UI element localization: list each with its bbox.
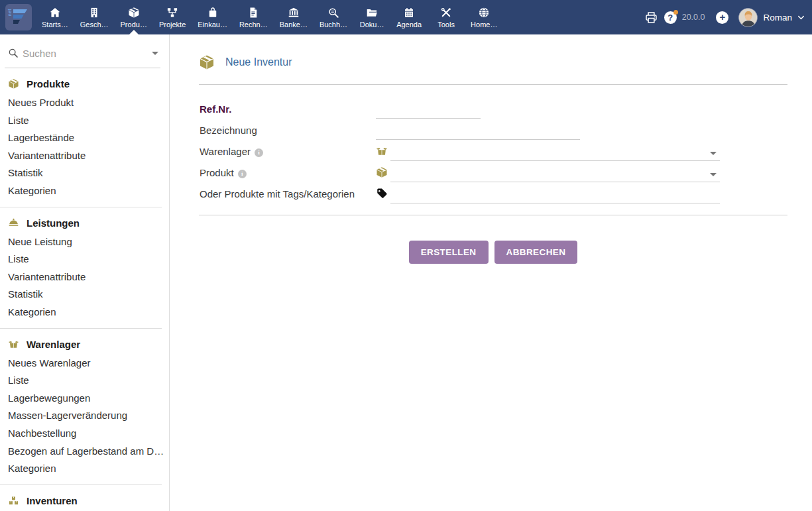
nav-item-doku[interactable]: Doku… xyxy=(357,0,386,34)
sidebar-item-variantenattribute[interactable]: Variantenattribute xyxy=(8,268,162,286)
project-diagram-icon xyxy=(166,7,178,19)
navbar-right-cluster: ? 20.0.0 + Roman xyxy=(644,0,805,34)
section-title: Inventuren xyxy=(27,495,78,506)
sidebar-item-liste[interactable]: Liste xyxy=(8,372,162,390)
nav-item-agenda[interactable]: Agenda xyxy=(394,0,424,34)
nav-label: Buchh… xyxy=(319,21,347,28)
tags-input[interactable] xyxy=(390,190,720,203)
avatar[interactable] xyxy=(738,8,758,27)
select-caret-icon xyxy=(710,152,717,155)
cube-icon xyxy=(376,166,388,178)
nav-label: Projekte xyxy=(159,21,186,28)
refnr-input[interactable] xyxy=(376,105,481,119)
bank-icon xyxy=(288,7,300,19)
calendar-icon xyxy=(403,7,415,19)
sidebar-item-neues-warenlager[interactable]: Neues Warenlager xyxy=(8,355,162,372)
print-button[interactable] xyxy=(644,11,664,25)
sidebar-item-lagerbewegungen[interactable]: Lagerbewegungen xyxy=(8,390,162,408)
info-icon[interactable]: i xyxy=(238,170,247,178)
nav-item-einkau[interactable]: Einkau… xyxy=(196,0,229,34)
sidebar-item-neue-leistung[interactable]: Neue Leistung xyxy=(8,233,162,251)
section-header-leistungen[interactable]: Leistungen xyxy=(8,217,162,229)
new-inventory-form: Ref.Nr. Bezeichnung Warenlageri Produkti xyxy=(199,99,787,205)
logo-bar xyxy=(13,20,20,24)
sidebar-item-neues-produkt[interactable]: Neues Produkt xyxy=(8,94,162,112)
tags-label: Oder Produkte mit Tags/Kategorien xyxy=(200,188,355,199)
sidebar-item-liste[interactable]: Liste xyxy=(8,112,162,130)
sidebar-section-warenlager: Warenlager Neues Warenlager Liste Lagerb… xyxy=(0,328,162,484)
sidebar-item-liste[interactable]: Liste xyxy=(8,251,162,268)
nav-label: Doku… xyxy=(360,21,384,28)
version-label: 20.0.0 xyxy=(682,13,705,22)
page-title: Neue Inventur xyxy=(225,56,292,68)
sidebar-item-statistik[interactable]: Statistik xyxy=(8,164,162,182)
produkt-select[interactable] xyxy=(390,168,720,182)
nav-label: Rechn… xyxy=(239,21,268,28)
sidebar-section-leistungen: Leistungen Neue Leistung Liste Varianten… xyxy=(0,207,162,328)
nav-item-gesch[interactable]: Gesch… xyxy=(78,0,111,34)
section-header-inventuren[interactable]: Inventuren xyxy=(8,495,162,506)
sidebar-item-kategorien[interactable]: Kategorien xyxy=(8,460,162,478)
bezeichnung-label: Bezeichnung xyxy=(200,125,257,136)
printer-icon xyxy=(644,11,658,25)
sidebar-item-nachbestellung[interactable]: Nachbestellung xyxy=(8,425,162,443)
main-nav: Starts… Gesch… Produ… Projekte Einkau… R… xyxy=(40,0,499,34)
help-button[interactable]: ? xyxy=(664,11,677,24)
nav-item-projekte[interactable]: Projekte xyxy=(157,0,188,34)
cube-icon xyxy=(199,54,215,70)
section-title: Produkte xyxy=(27,78,70,89)
section-header-warenlager[interactable]: Warenlager xyxy=(8,339,162,350)
form-actions: ERSTELLEN ABBRECHEN xyxy=(199,241,787,264)
sidebar-section-inventuren: Inventuren xyxy=(0,484,162,511)
tag-icon xyxy=(376,188,388,199)
sidebar-item-kategorien[interactable]: Kategorien xyxy=(8,304,162,321)
form-row-tags: Oder Produkte mit Tags/Kategorien xyxy=(199,184,787,205)
section-title: Warenlager xyxy=(27,339,80,350)
add-button[interactable]: + xyxy=(716,11,728,24)
chevron-down-icon[interactable] xyxy=(797,13,805,22)
sidebar-search xyxy=(5,34,160,68)
form-row-produkt: Produkti xyxy=(199,162,787,184)
nav-item-starts[interactable]: Starts… xyxy=(40,0,70,34)
section-header-produkte[interactable]: Produkte xyxy=(8,78,162,89)
sidebar-item-variantenattribute[interactable]: Variantenattribute xyxy=(8,147,162,165)
tools-icon xyxy=(440,7,452,19)
sidebar-item-lagerbestaende[interactable]: Lagerbestände xyxy=(8,129,162,147)
warenlager-select[interactable] xyxy=(390,146,720,161)
create-button[interactable]: ERSTELLEN xyxy=(409,241,489,264)
sidebar-item-kategorien[interactable]: Kategorien xyxy=(8,182,162,200)
bezeichnung-input[interactable] xyxy=(376,127,580,140)
nav-item-tools[interactable]: Tools xyxy=(432,0,461,34)
nav-item-produ[interactable]: Produ… xyxy=(119,0,149,34)
info-icon[interactable]: i xyxy=(255,148,263,157)
folder-icon xyxy=(366,7,378,19)
sidebar-item-bezogen-auf-lagerbestand[interactable]: Bezogen auf Lagerbestand am D… xyxy=(8,443,162,461)
home-icon xyxy=(49,7,61,19)
sidebar-item-statistik[interactable]: Statistik xyxy=(8,286,162,304)
form-row-refnr: Ref.Nr. xyxy=(199,99,787,120)
search-input[interactable] xyxy=(19,45,152,62)
produkt-label: Produkti xyxy=(200,167,247,178)
app-logo[interactable]: net xyxy=(5,4,32,30)
divider xyxy=(199,84,787,85)
main-content: Neue Inventur Ref.Nr. Bezeichnung Warenl… xyxy=(170,34,812,511)
sidebar-item-massen-lagerveraenderung[interactable]: Massen-Lagerveränderung xyxy=(8,407,162,425)
nav-item-home[interactable]: Home… xyxy=(469,0,499,34)
nav-label: Tools xyxy=(437,21,455,28)
page-header: Neue Inventur xyxy=(199,54,787,70)
cube-icon xyxy=(128,7,140,19)
select-caret-icon xyxy=(710,173,717,176)
nav-item-rechn[interactable]: Rechn… xyxy=(237,0,270,34)
refnr-label: Ref.Nr. xyxy=(200,103,231,115)
search-caret-icon[interactable] xyxy=(152,52,158,55)
section-title: Leistungen xyxy=(27,217,80,229)
cancel-button[interactable]: ABBRECHEN xyxy=(494,241,578,264)
nav-item-banke[interactable]: Banke… xyxy=(278,0,310,34)
search-icon xyxy=(8,48,19,58)
nav-item-buchh[interactable]: Buchh… xyxy=(318,0,349,34)
sidebar: Produkte Neues Produkt Liste Lagerbestän… xyxy=(0,34,170,511)
nav-label: Produ… xyxy=(121,21,147,28)
cube-icon xyxy=(8,78,19,89)
globe-icon xyxy=(478,7,490,19)
user-menu[interactable]: Roman xyxy=(763,13,792,23)
